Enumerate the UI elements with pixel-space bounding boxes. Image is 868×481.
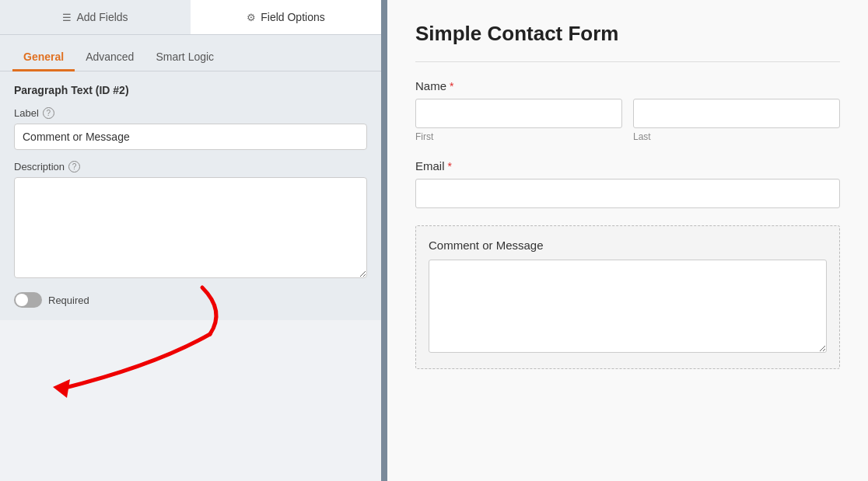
required-row: Required [14, 292, 367, 308]
first-name-input[interactable] [415, 99, 622, 128]
sub-tab-advanced[interactable]: Advanced [75, 44, 145, 71]
label-group: Label ? [14, 107, 367, 150]
first-name-wrap: First [415, 99, 622, 142]
description-label: Description ? [14, 161, 367, 173]
first-label: First [415, 131, 622, 142]
email-field: Email * [415, 159, 840, 208]
name-row: First Last [415, 99, 840, 142]
tab-field-options[interactable]: ⚙ Field Options [191, 0, 381, 34]
label-label: Label ? [14, 107, 367, 119]
sub-tabs: General Advanced Smart Logic [0, 35, 381, 71]
last-label: Last [633, 131, 840, 142]
field-content: Paragraph Text (ID #2) Label ? Descripti… [0, 71, 381, 320]
sub-tab-general[interactable]: General [12, 44, 75, 71]
left-panel: ☰ Add Fields ⚙ Field Options General Adv… [0, 0, 381, 481]
email-input[interactable] [415, 179, 840, 208]
description-group: Description ? [14, 161, 367, 281]
label-help-icon[interactable]: ? [43, 107, 54, 119]
form-divider [415, 61, 840, 62]
email-label: Email * [415, 159, 840, 173]
required-label: Required [48, 295, 89, 306]
field-options-icon: ⚙ [247, 12, 256, 23]
panel-divider [381, 0, 387, 481]
tab-add-fields[interactable]: ☰ Add Fields [0, 0, 191, 34]
svg-marker-0 [53, 379, 70, 398]
add-fields-label: Add Fields [76, 11, 128, 23]
name-required-star: * [450, 80, 453, 92]
field-title: Paragraph Text (ID #2) [14, 84, 367, 96]
required-toggle[interactable] [14, 292, 42, 308]
form-title: Simple Contact Form [415, 22, 840, 46]
comment-label: Comment or Message [429, 239, 827, 252]
comment-section: Comment or Message [415, 225, 840, 369]
last-name-wrap: Last [633, 99, 840, 142]
email-required-star: * [448, 160, 452, 173]
sub-tab-smart-logic[interactable]: Smart Logic [145, 44, 225, 71]
right-panel: Simple Contact Form Name * First Last Em… [387, 0, 868, 481]
field-options-label: Field Options [261, 11, 324, 23]
description-help-icon[interactable]: ? [68, 161, 80, 173]
name-label: Name * [415, 79, 840, 92]
name-field: Name * First Last [415, 79, 840, 142]
add-fields-icon: ☰ [62, 12, 72, 23]
last-name-input[interactable] [633, 99, 840, 128]
label-input[interactable] [14, 124, 367, 150]
comment-textarea[interactable] [429, 260, 827, 353]
description-textarea[interactable] [14, 177, 367, 278]
main-tabs: ☰ Add Fields ⚙ Field Options [0, 0, 381, 35]
